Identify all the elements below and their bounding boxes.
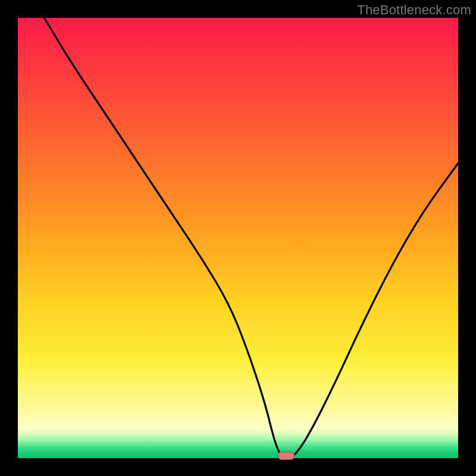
trough-marker-icon [278, 452, 295, 460]
figure-frame: TheBottleneck.com [0, 0, 476, 476]
watermark-text: TheBottleneck.com [357, 2, 471, 18]
bottleneck-curve [18, 18, 458, 458]
plot-area [18, 18, 458, 458]
